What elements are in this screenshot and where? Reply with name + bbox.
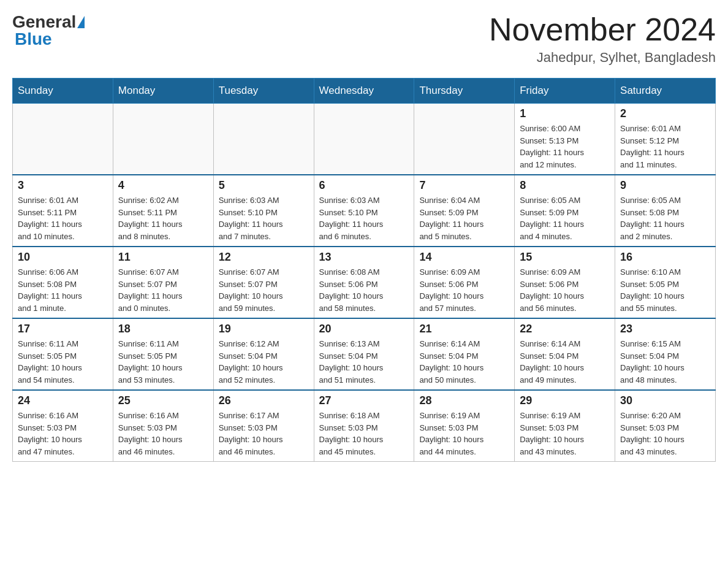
- calendar-cell: 23Sunrise: 6:15 AM Sunset: 5:04 PM Dayli…: [615, 318, 716, 390]
- day-info: Sunrise: 6:03 AM Sunset: 5:10 PM Dayligh…: [219, 194, 309, 242]
- calendar-cell: 27Sunrise: 6:18 AM Sunset: 5:03 PM Dayli…: [314, 390, 414, 462]
- calendar-cell: 18Sunrise: 6:11 AM Sunset: 5:05 PM Dayli…: [113, 318, 213, 390]
- header-saturday: Saturday: [615, 79, 716, 104]
- day-number: 4: [118, 179, 208, 192]
- header-sunday: Sunday: [13, 79, 113, 104]
- day-info: Sunrise: 6:09 AM Sunset: 5:06 PM Dayligh…: [520, 266, 610, 314]
- day-number: 2: [620, 107, 710, 120]
- day-number: 19: [219, 323, 309, 335]
- calendar-cell: 8Sunrise: 6:05 AM Sunset: 5:09 PM Daylig…: [515, 175, 615, 247]
- day-info: Sunrise: 6:19 AM Sunset: 5:03 PM Dayligh…: [520, 410, 610, 458]
- header-friday: Friday: [515, 79, 615, 104]
- day-number: 20: [319, 323, 409, 335]
- day-info: Sunrise: 6:05 AM Sunset: 5:08 PM Dayligh…: [620, 194, 710, 242]
- calendar-cell: 6Sunrise: 6:03 AM Sunset: 5:10 PM Daylig…: [314, 175, 414, 247]
- calendar-cell: 9Sunrise: 6:05 AM Sunset: 5:08 PM Daylig…: [615, 175, 716, 247]
- calendar-cell: 20Sunrise: 6:13 AM Sunset: 5:04 PM Dayli…: [314, 318, 414, 390]
- day-info: Sunrise: 6:02 AM Sunset: 5:11 PM Dayligh…: [118, 194, 208, 242]
- day-info: Sunrise: 6:07 AM Sunset: 5:07 PM Dayligh…: [118, 266, 208, 314]
- weekday-header-row: Sunday Monday Tuesday Wednesday Thursday…: [13, 79, 716, 104]
- day-number: 9: [620, 179, 710, 192]
- day-number: 23: [620, 323, 710, 335]
- day-number: 1: [520, 107, 610, 120]
- calendar-cell: 19Sunrise: 6:12 AM Sunset: 5:04 PM Dayli…: [213, 318, 314, 390]
- day-info: Sunrise: 6:01 AM Sunset: 5:12 PM Dayligh…: [620, 123, 710, 170]
- calendar-cell: 2Sunrise: 6:01 AM Sunset: 5:12 PM Daylig…: [615, 104, 716, 175]
- day-info: Sunrise: 6:18 AM Sunset: 5:03 PM Dayligh…: [319, 410, 409, 458]
- calendar-cell: 13Sunrise: 6:08 AM Sunset: 5:06 PM Dayli…: [314, 247, 414, 318]
- day-number: 14: [419, 251, 509, 264]
- calendar-cell: [213, 104, 314, 175]
- calendar-cell: 30Sunrise: 6:20 AM Sunset: 5:03 PM Dayli…: [615, 390, 716, 462]
- calendar-cell: 14Sunrise: 6:09 AM Sunset: 5:06 PM Dayli…: [414, 247, 515, 318]
- day-number: 10: [18, 251, 108, 264]
- day-info: Sunrise: 6:11 AM Sunset: 5:05 PM Dayligh…: [18, 338, 108, 386]
- day-info: Sunrise: 6:12 AM Sunset: 5:04 PM Dayligh…: [219, 338, 309, 386]
- day-info: Sunrise: 6:06 AM Sunset: 5:08 PM Dayligh…: [18, 266, 108, 314]
- day-number: 24: [18, 394, 108, 407]
- day-info: Sunrise: 6:16 AM Sunset: 5:03 PM Dayligh…: [118, 410, 208, 458]
- day-number: 21: [419, 323, 509, 335]
- calendar-cell: 21Sunrise: 6:14 AM Sunset: 5:04 PM Dayli…: [414, 318, 515, 390]
- day-info: Sunrise: 6:10 AM Sunset: 5:05 PM Dayligh…: [620, 266, 710, 314]
- day-info: Sunrise: 6:09 AM Sunset: 5:06 PM Dayligh…: [419, 266, 509, 314]
- calendar-cell: 22Sunrise: 6:14 AM Sunset: 5:04 PM Dayli…: [515, 318, 615, 390]
- day-info: Sunrise: 6:01 AM Sunset: 5:11 PM Dayligh…: [18, 194, 108, 242]
- day-number: 15: [520, 251, 610, 264]
- header-tuesday: Tuesday: [213, 79, 314, 104]
- day-info: Sunrise: 6:11 AM Sunset: 5:05 PM Dayligh…: [118, 338, 208, 386]
- calendar-cell: 11Sunrise: 6:07 AM Sunset: 5:07 PM Dayli…: [113, 247, 213, 318]
- calendar-cell: 12Sunrise: 6:07 AM Sunset: 5:07 PM Dayli…: [213, 247, 314, 318]
- week-row-4: 17Sunrise: 6:11 AM Sunset: 5:05 PM Dayli…: [13, 318, 716, 390]
- day-number: 22: [520, 323, 610, 335]
- calendar-cell: 26Sunrise: 6:17 AM Sunset: 5:03 PM Dayli…: [213, 390, 314, 462]
- week-row-5: 24Sunrise: 6:16 AM Sunset: 5:03 PM Dayli…: [13, 390, 716, 462]
- day-info: Sunrise: 6:14 AM Sunset: 5:04 PM Dayligh…: [520, 338, 610, 386]
- day-number: 12: [219, 251, 309, 264]
- day-info: Sunrise: 6:14 AM Sunset: 5:04 PM Dayligh…: [419, 338, 509, 386]
- calendar-cell: 17Sunrise: 6:11 AM Sunset: 5:05 PM Dayli…: [13, 318, 113, 390]
- day-number: 26: [219, 394, 309, 407]
- day-info: Sunrise: 6:16 AM Sunset: 5:03 PM Dayligh…: [18, 410, 108, 458]
- calendar-cell: [13, 104, 113, 175]
- day-number: 18: [118, 323, 208, 335]
- month-title: November 2024: [489, 12, 716, 47]
- calendar-cell: 10Sunrise: 6:06 AM Sunset: 5:08 PM Dayli…: [13, 247, 113, 318]
- day-info: Sunrise: 6:17 AM Sunset: 5:03 PM Dayligh…: [219, 410, 309, 458]
- day-number: 8: [520, 179, 610, 192]
- calendar-cell: 7Sunrise: 6:04 AM Sunset: 5:09 PM Daylig…: [414, 175, 515, 247]
- logo-blue-text: Blue: [15, 29, 52, 48]
- day-number: 3: [18, 179, 108, 192]
- day-number: 25: [118, 394, 208, 407]
- calendar-cell: 15Sunrise: 6:09 AM Sunset: 5:06 PM Dayli…: [515, 247, 615, 318]
- week-row-3: 10Sunrise: 6:06 AM Sunset: 5:08 PM Dayli…: [13, 247, 716, 318]
- calendar-cell: 1Sunrise: 6:00 AM Sunset: 5:13 PM Daylig…: [515, 104, 615, 175]
- logo-triangle-icon: [77, 16, 85, 28]
- day-info: Sunrise: 6:04 AM Sunset: 5:09 PM Dayligh…: [419, 194, 509, 242]
- day-number: 17: [18, 323, 108, 335]
- calendar-cell: 28Sunrise: 6:19 AM Sunset: 5:03 PM Dayli…: [414, 390, 515, 462]
- day-number: 5: [219, 179, 309, 192]
- header-thursday: Thursday: [414, 79, 515, 104]
- logo: General Blue: [12, 12, 86, 49]
- header-wednesday: Wednesday: [314, 79, 414, 104]
- day-number: 30: [620, 394, 710, 407]
- calendar-cell: 29Sunrise: 6:19 AM Sunset: 5:03 PM Dayli…: [515, 390, 615, 462]
- day-number: 6: [319, 179, 409, 192]
- day-info: Sunrise: 6:00 AM Sunset: 5:13 PM Dayligh…: [520, 123, 610, 170]
- location-text: Jahedpur, Sylhet, Bangladesh: [489, 50, 716, 66]
- calendar-cell: 24Sunrise: 6:16 AM Sunset: 5:03 PM Dayli…: [13, 390, 113, 462]
- day-number: 27: [319, 394, 409, 407]
- day-info: Sunrise: 6:03 AM Sunset: 5:10 PM Dayligh…: [319, 194, 409, 242]
- day-info: Sunrise: 6:07 AM Sunset: 5:07 PM Dayligh…: [219, 266, 309, 314]
- calendar-cell: 3Sunrise: 6:01 AM Sunset: 5:11 PM Daylig…: [13, 175, 113, 247]
- day-info: Sunrise: 6:13 AM Sunset: 5:04 PM Dayligh…: [319, 338, 409, 386]
- calendar-cell: [314, 104, 414, 175]
- day-info: Sunrise: 6:08 AM Sunset: 5:06 PM Dayligh…: [319, 266, 409, 314]
- day-info: Sunrise: 6:20 AM Sunset: 5:03 PM Dayligh…: [620, 410, 710, 458]
- calendar-cell: 4Sunrise: 6:02 AM Sunset: 5:11 PM Daylig…: [113, 175, 213, 247]
- calendar-cell: 16Sunrise: 6:10 AM Sunset: 5:05 PM Dayli…: [615, 247, 716, 318]
- day-info: Sunrise: 6:05 AM Sunset: 5:09 PM Dayligh…: [520, 194, 610, 242]
- day-number: 29: [520, 394, 610, 407]
- week-row-1: 1Sunrise: 6:00 AM Sunset: 5:13 PM Daylig…: [13, 104, 716, 175]
